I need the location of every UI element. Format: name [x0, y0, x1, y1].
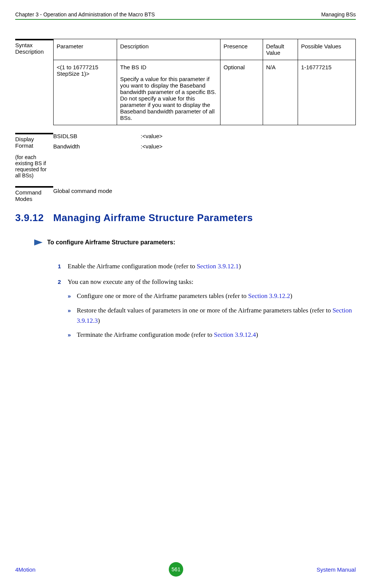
- step2-text: You can now execute any of the following…: [68, 278, 193, 285]
- substep-text: Configure one or more of the Airframe pa…: [77, 291, 356, 301]
- col-possible: Possible Values: [298, 39, 356, 60]
- substep-3: » Terminate the Airframe configuration m…: [68, 330, 356, 340]
- link-39121[interactable]: Section 3.9.12.1: [197, 263, 239, 270]
- sub3-b: ): [256, 331, 258, 338]
- sub1-b: ): [290, 292, 292, 300]
- cell-desc-body: Specify a value for this parameter if yo…: [120, 76, 217, 121]
- substep-text: Terminate the Airframe configuration mod…: [77, 330, 356, 340]
- parameter-table: Parameter Description Presence Default V…: [53, 39, 356, 125]
- command-modes-section: Command Modes Global command mode: [15, 186, 356, 202]
- display-format-label: Display Format (for each existing BS if …: [15, 133, 53, 178]
- arrow-icon: [34, 239, 43, 245]
- col-description: Description: [117, 39, 220, 60]
- cell-parameter: <(1 to 16777215 StepSize 1)>: [54, 60, 117, 125]
- procedure-head: To configure Airframe Structure paramete…: [34, 239, 356, 246]
- df-key-0: BSIDLSB: [53, 133, 141, 139]
- display-format-section: Display Format (for each existing BS if …: [15, 133, 356, 178]
- sub1-a: Configure one or more of the Airframe pa…: [77, 292, 248, 300]
- link-39122[interactable]: Section 3.9.12.2: [248, 292, 290, 300]
- footer-right[interactable]: System Manual: [317, 566, 356, 573]
- display-format-grid: BSIDLSB :<value> Bandwidth :<value>: [53, 133, 356, 150]
- section-heading-title: Managing Airframe Structure Parameters: [53, 212, 253, 223]
- steps-list: 1 Enable the Airframe configuration mode…: [58, 261, 356, 344]
- link-39124[interactable]: Section 3.9.12.4: [214, 331, 256, 338]
- cell-default: N/A: [263, 60, 298, 125]
- step1-a: Enable the Airframe configuration mode (…: [68, 263, 197, 270]
- substep-2: » Restore the default values of paramete…: [68, 305, 356, 326]
- step-number: 1: [58, 261, 68, 271]
- section-heading-number: 3.9.12: [15, 212, 53, 224]
- step-text: Enable the Airframe configuration mode (…: [68, 261, 356, 271]
- step-1: 1 Enable the Airframe configuration mode…: [58, 261, 356, 271]
- col-default: Default Value: [263, 39, 298, 60]
- table-row: <(1 to 16777215 StepSize 1)> The BS ID S…: [54, 60, 356, 125]
- cell-description: The BS ID Specify a value for this param…: [117, 60, 220, 125]
- bullet-arrow-icon: »: [68, 305, 77, 326]
- display-format-sublabel: (for each existing BS if requested for a…: [15, 154, 50, 178]
- cell-possible: 1-16777215: [298, 60, 356, 125]
- substep-text: Restore the default values of parameters…: [77, 305, 356, 326]
- procedure-title: To configure Airframe Structure paramete…: [47, 239, 175, 246]
- table-header-row: Parameter Description Presence Default V…: [54, 39, 356, 60]
- section-heading: 3.9.12Managing Airframe Structure Parame…: [15, 212, 356, 224]
- df-val-1: :<value>: [141, 143, 356, 150]
- sub2-a: Restore the default values of parameters…: [77, 307, 333, 314]
- step1-b: ): [239, 263, 241, 270]
- col-parameter: Parameter: [54, 39, 117, 60]
- col-presence: Presence: [220, 39, 263, 60]
- sub3-a: Terminate the Airframe configuration mod…: [77, 331, 214, 338]
- bullet-arrow-icon: »: [68, 291, 77, 301]
- step-text: You can now execute any of the following…: [68, 277, 356, 344]
- display-format-label-text: Display Format: [15, 136, 34, 149]
- page-number-badge: 561: [169, 562, 183, 577]
- page-footer: 4Motion 561 System Manual: [15, 562, 356, 577]
- syntax-description-label: Syntax Description: [15, 39, 53, 125]
- header-right: Managing BSs: [321, 11, 356, 18]
- substep-1: » Configure one or more of the Airframe …: [68, 291, 356, 301]
- footer-left[interactable]: 4Motion: [15, 566, 35, 573]
- cell-presence: Optional: [220, 60, 263, 125]
- df-val-0: :<value>: [141, 133, 356, 139]
- sub2-b: ): [98, 317, 100, 324]
- command-modes-value: Global command mode: [53, 188, 112, 194]
- df-key-1: Bandwidth: [53, 143, 141, 150]
- page-header: Chapter 3 - Operation and Administration…: [15, 11, 356, 20]
- step-2: 2 You can now execute any of the followi…: [58, 277, 356, 344]
- step-number: 2: [58, 277, 68, 344]
- syntax-description-section: Syntax Description Parameter Description…: [15, 39, 356, 125]
- cell-desc-main: The BS ID: [120, 64, 217, 70]
- bullet-arrow-icon: »: [68, 330, 77, 340]
- command-modes-label: Command Modes: [15, 186, 53, 202]
- header-left: Chapter 3 - Operation and Administration…: [15, 11, 155, 18]
